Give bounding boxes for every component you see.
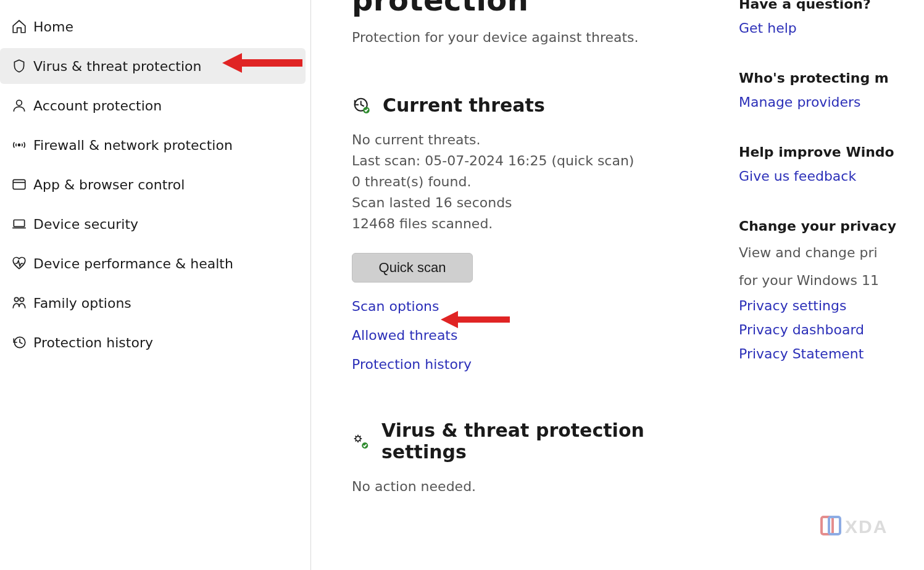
sidebar-item-device-security[interactable]: Device security — [0, 206, 306, 242]
settings-body: No action needed. — [352, 476, 697, 497]
manage-providers-link[interactable]: Manage providers — [739, 94, 861, 110]
sidebar-item-protection-history[interactable]: Protection history — [0, 324, 306, 360]
sidebar-item-account-protection[interactable]: Account protection — [0, 88, 306, 123]
page-title: protection — [352, 0, 726, 17]
svg-point-1 — [18, 144, 20, 146]
who-title: Who's protecting m — [739, 70, 924, 86]
sidebar-item-app-browser[interactable]: App & browser control — [0, 167, 306, 202]
svg-rect-16 — [829, 517, 840, 534]
threats-status: No current threats. — [352, 130, 697, 151]
settings-heading: Virus & threat protection settings — [381, 420, 697, 463]
svg-rect-2 — [13, 180, 25, 189]
current-threats-body: No current threats. Last scan: 05-07-202… — [352, 130, 697, 234]
main-content: protection Protection for your device ag… — [311, 0, 726, 570]
get-help-link[interactable]: Get help — [739, 20, 797, 36]
privacy-text-2: for your Windows 11 — [739, 270, 924, 291]
sidebar-item-label: Home — [33, 19, 73, 35]
sidebar-item-label: Firewall & network protection — [33, 138, 233, 153]
sidebar-item-label: App & browser control — [33, 177, 185, 192]
quick-scan-button[interactable]: Quick scan — [352, 253, 473, 283]
shield-icon — [5, 58, 33, 74]
sidebar-item-label: Device security — [33, 217, 138, 232]
svg-text:XDA: XDA — [845, 516, 888, 537]
current-threats-heading: Current threats — [383, 94, 545, 116]
threats-found: 0 threat(s) found. — [352, 171, 697, 192]
protection-history-link[interactable]: Protection history — [352, 357, 472, 372]
scan-options-link[interactable]: Scan options — [352, 299, 439, 314]
help-improve-group: Help improve Windo Give us feedback — [739, 144, 924, 184]
svg-point-0 — [17, 100, 22, 105]
sidebar-item-label: Family options — [33, 295, 131, 311]
sidebar-item-label: Account protection — [33, 98, 162, 114]
window-icon — [5, 176, 33, 192]
last-scan: Last scan: 05-07-2024 16:25 (quick scan) — [352, 151, 697, 171]
svg-point-7 — [20, 297, 24, 302]
current-threats-section: Current threats No current threats. Last… — [352, 94, 697, 372]
svg-point-6 — [14, 297, 19, 302]
help-improve-title: Help improve Windo — [739, 144, 924, 160]
sidebar-item-label: Device performance & health — [33, 256, 233, 271]
privacy-statement-link[interactable]: Privacy Statement — [739, 346, 864, 361]
watermark-logo: XDA — [820, 511, 919, 540]
privacy-title: Change your privacy — [739, 218, 924, 234]
sidebar: Home Virus & threat protection Account p… — [0, 0, 311, 570]
right-column: Have a question? Get help Who's protecti… — [726, 0, 924, 570]
privacy-settings-link[interactable]: Privacy settings — [739, 298, 846, 313]
privacy-text-1: View and change pri — [739, 242, 924, 263]
page-subtitle: Protection for your device against threa… — [352, 30, 726, 45]
sidebar-item-firewall[interactable]: Firewall & network protection — [0, 127, 306, 163]
person-icon — [5, 97, 33, 114]
svg-rect-15 — [822, 517, 833, 534]
sidebar-item-label: Virus & threat protection — [33, 59, 201, 74]
question-title: Have a question? — [739, 0, 924, 12]
scan-duration: Scan lasted 16 seconds — [352, 192, 697, 213]
antenna-icon — [5, 137, 33, 153]
allowed-threats-link[interactable]: Allowed threats — [352, 328, 457, 343]
who-group: Who's protecting m Manage providers — [739, 70, 924, 110]
home-icon — [5, 19, 33, 35]
heart-pulse-icon — [5, 255, 33, 271]
sidebar-item-family-options[interactable]: Family options — [0, 285, 306, 321]
question-group: Have a question? Get help — [739, 0, 924, 36]
svg-rect-4 — [14, 220, 24, 227]
settings-status: No action needed. — [352, 476, 697, 497]
privacy-group: Change your privacy View and change pri … — [739, 218, 924, 361]
sidebar-item-device-performance[interactable]: Device performance & health — [0, 246, 306, 281]
files-scanned: 12468 files scanned. — [352, 213, 697, 234]
gears-icon — [352, 432, 370, 452]
history-icon — [5, 334, 33, 350]
sidebar-item-virus-threat[interactable]: Virus & threat protection — [0, 48, 306, 84]
feedback-link[interactable]: Give us feedback — [739, 168, 856, 184]
sidebar-item-home[interactable]: Home — [0, 9, 306, 44]
family-icon — [5, 295, 33, 311]
privacy-dashboard-link[interactable]: Privacy dashboard — [739, 322, 864, 337]
history-shield-icon — [352, 96, 372, 115]
settings-section: Virus & threat protection settings No ac… — [352, 420, 697, 497]
laptop-icon — [5, 216, 33, 232]
sidebar-item-label: Protection history — [33, 335, 153, 350]
